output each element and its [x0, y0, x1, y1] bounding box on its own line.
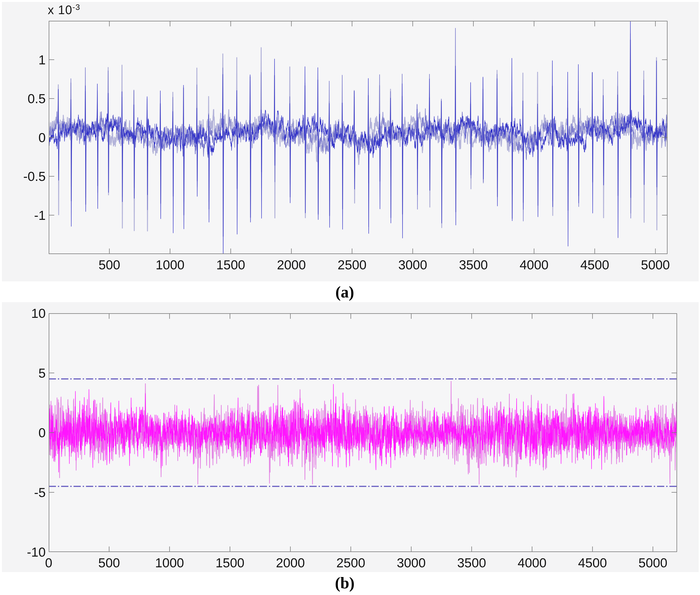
exponent-prefix: x 10	[48, 3, 72, 17]
x-tick-label: 4000	[500, 555, 564, 570]
x-tick-label: 4000	[501, 257, 566, 273]
x-tick-label: 2500	[320, 257, 384, 273]
y-tick-label: -10	[5, 544, 46, 560]
y-tick-label: -5	[5, 485, 46, 500]
y-axis-exponent-label: x 10-3	[48, 3, 80, 17]
caption-b-letter: b	[340, 574, 349, 592]
caption-b-paren-open: (	[335, 574, 340, 592]
x-tick-label: 3500	[439, 555, 504, 570]
x-tick-label: 2500	[318, 555, 383, 570]
x-tick-label: 3000	[380, 257, 445, 273]
y-tick-label: -1	[5, 208, 46, 223]
caption-a-paren-close: )	[349, 283, 354, 301]
x-tick-label: 1000	[138, 257, 202, 273]
y-tick-label: 0	[5, 425, 46, 440]
figure-page: x 10-3 500100015002000250030003500400045…	[0, 0, 700, 595]
x-tick-label: 2000	[259, 257, 324, 273]
x-tick-label: 2000	[258, 555, 323, 570]
y-tick-label: 0.5	[5, 91, 46, 106]
caption-b: (b)	[0, 574, 690, 592]
plot-b-canvas	[49, 313, 677, 552]
x-tick-label: 1500	[198, 555, 262, 570]
plot-a-axes	[49, 21, 668, 254]
caption-b-paren-close: )	[349, 574, 354, 592]
y-tick-label: -0.5	[5, 169, 46, 184]
x-tick-label: 4500	[562, 257, 627, 273]
y-tick-label: 10	[5, 306, 46, 321]
caption-a-paren-open: (	[336, 283, 341, 301]
x-tick-label: 1000	[137, 555, 202, 570]
y-tick-label: 5	[5, 365, 46, 381]
plot-b-axes	[49, 313, 677, 552]
x-tick-label: 3000	[379, 555, 444, 570]
x-tick-label: 5000	[620, 555, 685, 570]
caption-a: (a)	[0, 283, 690, 301]
x-tick-label: 3500	[441, 257, 506, 273]
caption-a-letter: a	[341, 283, 349, 301]
x-tick-label: 1500	[198, 257, 263, 273]
exponent-value: -3	[72, 3, 80, 12]
y-tick-label: 1	[5, 52, 46, 67]
x-tick-label: 4500	[560, 555, 625, 570]
y-tick-label: 0	[5, 130, 46, 145]
plot-a-canvas	[49, 21, 668, 254]
panel-a: x 10-3 500100015002000250030003500400045…	[2, 2, 699, 281]
x-tick-label: 500	[77, 555, 142, 570]
x-tick-label: 500	[77, 257, 142, 273]
panel-b: 0500100015002000250030003500400045005000…	[2, 302, 699, 572]
x-tick-label: 5000	[623, 257, 688, 273]
